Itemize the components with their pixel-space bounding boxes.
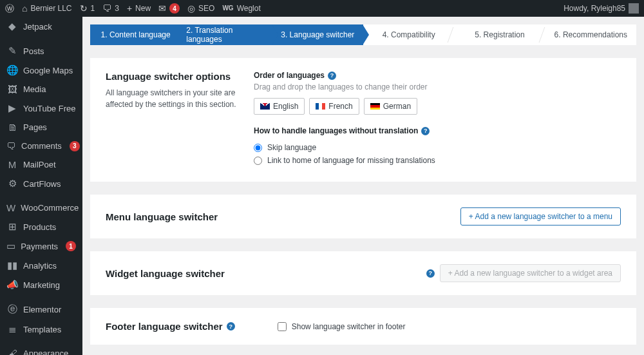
comments-count: 3 bbox=[115, 4, 119, 13]
chip-german[interactable]: German bbox=[364, 98, 417, 115]
products-icon: ⊞ bbox=[6, 221, 18, 233]
sidebar-label: Pages bbox=[23, 122, 47, 132]
radio-link-home[interactable]: Link to home of language for missing tra… bbox=[254, 156, 621, 165]
help-icon[interactable]: ? bbox=[227, 322, 235, 331]
sidebar-label: Payments bbox=[21, 242, 58, 251]
sidebar-item-appearance[interactable]: 🖌Appearance bbox=[0, 344, 82, 355]
seo[interactable]: ◎SEO bbox=[187, 4, 214, 13]
sidebar-item-analytics[interactable]: ▮▮Analytics bbox=[0, 256, 82, 275]
account[interactable]: Howdy, Ryleigh85 bbox=[564, 3, 639, 14]
updates-icon: ↻ bbox=[80, 4, 88, 13]
flag-uk-icon bbox=[260, 103, 270, 110]
sidebar-item-pages[interactable]: 🗎Pages bbox=[0, 118, 82, 137]
panel-title: Footer language switcher ? bbox=[106, 321, 235, 332]
step-label: 3. Language switcher bbox=[281, 30, 354, 39]
mail[interactable]: ✉4 bbox=[158, 3, 180, 14]
marketing-icon: 📣 bbox=[6, 279, 18, 291]
panel-switcher-options: Language switcher options All language s… bbox=[90, 58, 636, 182]
sidebar-item-jetpack[interactable]: ◆Jetpack bbox=[0, 17, 82, 36]
panel-title: Widget language switcher bbox=[106, 268, 225, 279]
sidebar-item-templates[interactable]: ≣Templates bbox=[0, 320, 82, 339]
updates[interactable]: ↻1 bbox=[80, 4, 95, 13]
jetpack-icon: ◆ bbox=[6, 21, 18, 32]
sidebar-label: Media bbox=[23, 84, 46, 94]
sidebar-label: Templates bbox=[23, 325, 61, 334]
admin-sidebar: ◆Jetpack ✎Posts 🌐Google Maps 🖾Media ▶You… bbox=[0, 17, 82, 355]
wp-logo[interactable]: ⓦ bbox=[5, 4, 14, 13]
panel-menu-switcher: Menu language switcher + Add a new langu… bbox=[90, 195, 636, 238]
weglot-label: Weglot bbox=[237, 4, 261, 13]
chip-label: German bbox=[383, 102, 411, 111]
sidebar-label: Analytics bbox=[23, 261, 57, 271]
wizard-step-3[interactable]: 3. Language switcher bbox=[272, 24, 363, 45]
sidebar-item-media[interactable]: 🖾Media bbox=[0, 80, 82, 99]
sidebar-label: Posts bbox=[23, 46, 44, 56]
radio-link-input[interactable] bbox=[254, 157, 262, 165]
weglot[interactable]: WGWeglot bbox=[222, 4, 260, 13]
new-content[interactable]: +New bbox=[127, 4, 151, 13]
comments[interactable]: 🗨3 bbox=[102, 4, 119, 13]
site-name[interactable]: ⌂Bernier LLC bbox=[22, 4, 72, 13]
home-icon: ⌂ bbox=[22, 4, 27, 13]
pin-icon: ✎ bbox=[6, 45, 18, 57]
sidebar-item-maps[interactable]: 🌐Google Maps bbox=[0, 61, 82, 80]
chip-french[interactable]: French bbox=[309, 98, 359, 115]
sidebar-label: Google Maps bbox=[23, 66, 73, 75]
footer-checkbox[interactable] bbox=[278, 322, 287, 331]
help-icon[interactable]: ? bbox=[328, 72, 336, 80]
wizard-step-5[interactable]: 5. Registration bbox=[454, 24, 545, 45]
avatar bbox=[629, 3, 639, 14]
wizard-step-1[interactable]: 1. Content language bbox=[90, 24, 181, 45]
panel-title: Language switcher options bbox=[106, 71, 254, 82]
mail-icon: ✉ bbox=[158, 4, 166, 13]
title-text: Footer language switcher bbox=[106, 321, 223, 332]
panel-title: Menu language switcher bbox=[106, 211, 218, 222]
wizard-step-4[interactable]: 4. Compatibility bbox=[363, 24, 454, 45]
updates-count: 1 bbox=[91, 4, 95, 13]
add-widget-switcher-button[interactable]: + Add a new language switcher to a widge… bbox=[440, 264, 621, 282]
sidebar-item-cartflows[interactable]: ⚙CartFlows bbox=[0, 174, 82, 193]
order-label: Order of languages ? bbox=[254, 71, 621, 80]
badge: 1 bbox=[66, 241, 76, 251]
chip-english[interactable]: English bbox=[254, 98, 305, 115]
sidebar-item-marketing[interactable]: 📣Marketing bbox=[0, 275, 82, 294]
footer-checkbox-row[interactable]: Show language switcher in footer bbox=[278, 322, 406, 331]
sidebar-label: Jetpack bbox=[23, 22, 52, 32]
wizard-step-2[interactable]: 2. Translation languages bbox=[181, 24, 272, 45]
radio-label: Link to home of language for missing tra… bbox=[267, 156, 435, 165]
radio-label: Skip language bbox=[267, 143, 316, 152]
sidebar-item-mailpoet[interactable]: MMailPoet bbox=[0, 155, 82, 174]
chip-label: French bbox=[328, 102, 352, 111]
sidebar-item-products[interactable]: ⊞Products bbox=[0, 217, 82, 236]
analytics-icon: ▮▮ bbox=[6, 260, 18, 271]
help-icon[interactable]: ? bbox=[426, 269, 435, 278]
step-label: 4. Compatibility bbox=[383, 30, 435, 39]
step-label: 5. Registration bbox=[475, 30, 524, 39]
wizard-step-6[interactable]: 6. Recommendations bbox=[545, 24, 636, 45]
comment-icon: 🗨 bbox=[102, 4, 111, 13]
sidebar-label: Appearance bbox=[23, 349, 68, 355]
language-chips: English French German bbox=[254, 98, 621, 115]
sidebar-item-woocommerce[interactable]: WWooCommerce bbox=[0, 198, 82, 217]
wizard-steps: 1. Content language 2. Translation langu… bbox=[90, 24, 636, 45]
add-menu-switcher-button[interactable]: + Add a new language switcher to a menu bbox=[460, 207, 621, 225]
order-hint: Drag and drop the languages to change th… bbox=[254, 82, 621, 91]
checkbox-label: Show language switcher in footer bbox=[292, 322, 406, 331]
sidebar-item-elementor[interactable]: ⓔElementor bbox=[0, 300, 82, 320]
sidebar-label: WooCommerce bbox=[21, 203, 79, 213]
sidebar-item-posts[interactable]: ✎Posts bbox=[0, 41, 82, 61]
sidebar-item-youtube[interactable]: ▶YouTube Free bbox=[0, 99, 82, 118]
radio-skip-input[interactable] bbox=[254, 144, 262, 152]
sidebar-item-payments[interactable]: ▭Payments1 bbox=[0, 236, 82, 256]
sidebar-item-comments[interactable]: 🗨Comments3 bbox=[0, 137, 82, 155]
radio-skip[interactable]: Skip language bbox=[254, 143, 621, 152]
admin-bar: ⓦ ⌂Bernier LLC ↻1 🗨3 +New ✉4 ◎SEO WGWegl… bbox=[0, 0, 644, 17]
help-icon[interactable]: ? bbox=[421, 127, 430, 135]
sidebar-label: Marketing bbox=[23, 280, 60, 290]
pages-icon: 🗎 bbox=[6, 122, 18, 133]
plus-icon: + bbox=[127, 4, 132, 13]
mail-count: 4 bbox=[169, 3, 180, 14]
sidebar-label: Comments bbox=[21, 141, 62, 151]
sidebar-label: MailPoet bbox=[23, 160, 56, 169]
step-label: 2. Translation languages bbox=[186, 26, 267, 44]
